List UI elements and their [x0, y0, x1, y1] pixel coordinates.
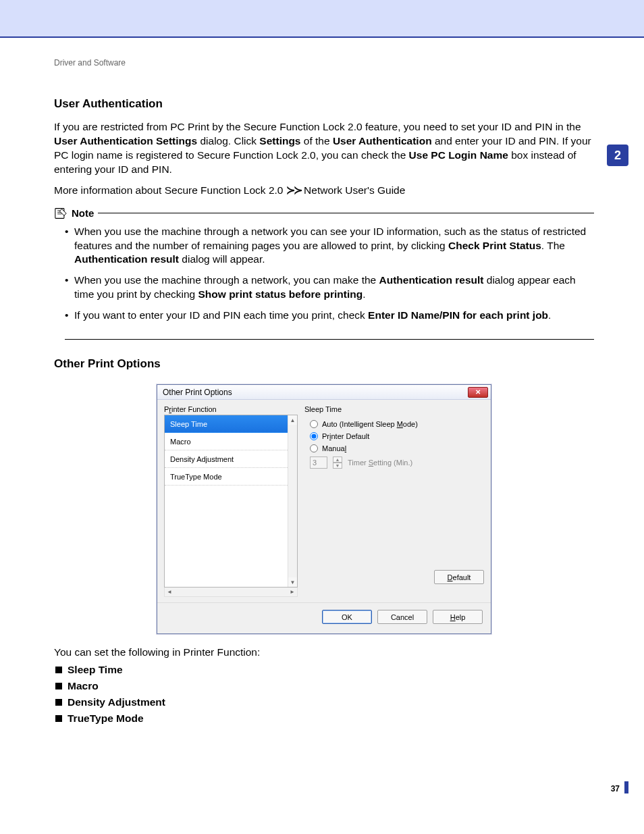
text-underline: H — [450, 613, 456, 621]
note-block: Note When you use the machine through a … — [54, 207, 594, 340]
vertical-scrollbar[interactable]: ▲ ▼ — [288, 415, 297, 587]
radio-label: Manual — [322, 444, 346, 452]
list-item-label: TrueType Mode — [170, 473, 222, 481]
page-number: 37 — [611, 784, 620, 793]
note-icon — [54, 207, 68, 219]
text: Network User's Guide — [301, 184, 406, 196]
square-bullet-icon — [55, 683, 62, 689]
heading-other-print-options: Other Print Options — [54, 357, 594, 371]
timer-setting-row: ▲ ▼ Timer Setting (Min.) — [310, 457, 484, 469]
radio-auto-sleep[interactable]: Auto (Intelligent Sleep Mode) — [310, 420, 484, 428]
text-bold: Use PC Login Name — [409, 149, 508, 161]
radio-manual[interactable]: Manual — [310, 444, 484, 452]
dialog-footer: OK Cancel Help — [157, 602, 491, 633]
scroll-right-icon[interactable]: ► — [288, 588, 297, 596]
page-top-band — [0, 0, 644, 38]
text: Manua — [322, 444, 345, 452]
radio-input[interactable] — [310, 444, 318, 452]
text-bold: Enter ID Name/PIN for each print job — [368, 309, 548, 321]
function-item: Density Adjustment — [55, 696, 594, 708]
list-item[interactable]: Density Adjustment — [165, 450, 288, 468]
dialog-titlebar[interactable]: Other Print Options ✕ — [157, 385, 491, 400]
scroll-up-icon[interactable]: ▲ — [288, 415, 297, 425]
horizontal-scrollbar[interactable]: ◄ ► — [164, 588, 298, 597]
see-also-icon: ≻≻ — [286, 184, 301, 196]
text-underline: M — [397, 420, 403, 428]
panel-heading-sleep-time: Sleep Time — [304, 405, 484, 413]
text-bold: Check Print Status — [448, 240, 541, 251]
text: When you use the machine through a netwo… — [74, 274, 379, 286]
text-bold: User Authentication — [333, 135, 432, 147]
text: . — [363, 288, 365, 300]
note-item: If you want to enter your ID and PIN eac… — [65, 309, 594, 323]
square-bullet-icon — [55, 699, 62, 706]
spinner[interactable]: ▲ ▼ — [333, 457, 342, 469]
list-item[interactable]: Macro — [165, 433, 288, 450]
text: of the — [301, 135, 333, 147]
heading-user-auth: User Authentication — [54, 97, 594, 111]
help-button[interactable]: Help — [433, 610, 483, 624]
text: Auto (Intelligent Sleep — [322, 420, 397, 428]
text: ode) — [403, 420, 418, 428]
spinner-up-icon[interactable]: ▲ — [333, 457, 342, 463]
text: If you want to enter your ID and PIN eac… — [74, 309, 368, 321]
text: . — [548, 309, 551, 321]
list-item[interactable]: Sleep Time — [165, 415, 288, 433]
timer-value-input[interactable] — [310, 457, 327, 469]
dialog-other-print-options: Other Print Options ✕ Printer Function — [157, 384, 491, 634]
note-rule — [98, 213, 594, 213]
radio-input[interactable] — [310, 420, 318, 428]
text-bold: Show print status before printing — [198, 288, 363, 300]
function-item: Sleep Time — [55, 664, 594, 676]
text: nter Default — [331, 432, 369, 440]
default-button[interactable]: Default — [434, 570, 484, 584]
square-bullet-icon — [55, 667, 62, 673]
printer-function-label: Printer Function — [164, 405, 298, 413]
square-bullet-icon — [55, 715, 62, 722]
scroll-track[interactable] — [288, 425, 297, 577]
text: Pr — [322, 432, 329, 440]
text-underline: l — [345, 444, 346, 452]
text: Timer — [348, 459, 369, 467]
scroll-down-icon[interactable]: ▼ — [288, 577, 297, 587]
para-user-auth-2: More information about Secure Function L… — [54, 184, 594, 198]
text-underline: D — [448, 573, 453, 581]
ok-button[interactable]: OK — [322, 610, 372, 624]
text: More information about Secure Function L… — [54, 184, 286, 196]
note-label: Note — [72, 207, 94, 219]
close-button[interactable]: ✕ — [468, 387, 488, 398]
chapter-tab: 2 — [607, 145, 628, 166]
function-list: Sleep Time Macro Density Adjustment True… — [55, 664, 594, 725]
close-icon: ✕ — [475, 388, 481, 396]
cancel-button[interactable]: Cancel — [377, 610, 427, 624]
breadcrumb: Driver and Software — [54, 58, 594, 68]
list-item[interactable]: TrueType Mode — [165, 468, 288, 486]
para-user-auth-1: If you are restricted from PC Print by t… — [54, 120, 594, 177]
radio-printer-default[interactable]: Printer Default — [310, 432, 484, 440]
text: inter Function — [171, 405, 217, 413]
text: elp — [456, 613, 466, 621]
text: etting (Min.) — [373, 459, 412, 467]
function-label: Sleep Time — [68, 664, 123, 675]
spinner-down-icon[interactable]: ▼ — [333, 463, 342, 469]
text: If you are restricted from PC Print by t… — [54, 121, 581, 132]
text-bold: User Authentication Settings — [54, 135, 197, 147]
radio-input[interactable] — [310, 432, 318, 440]
text-underline: S — [369, 459, 373, 467]
scroll-left-icon[interactable]: ◄ — [165, 588, 174, 596]
text-bold: Settings — [259, 135, 300, 147]
text: efault — [453, 573, 471, 581]
dialog-title: Other Print Options — [163, 388, 232, 397]
note-item: When you use the machine through a netwo… — [65, 225, 594, 267]
function-item: TrueType Mode — [55, 712, 594, 725]
function-item: Macro — [55, 680, 594, 692]
radio-label: Printer Default — [322, 432, 369, 440]
printer-function-listbox[interactable]: Sleep Time Macro Density Adjustment True… — [164, 415, 298, 588]
info-line: You can set the following in Printer Fun… — [54, 646, 594, 658]
text-bold: Authentication result — [379, 274, 483, 286]
radio-label: Auto (Intelligent Sleep Mode) — [322, 420, 418, 428]
page-accent — [624, 781, 628, 793]
function-label: Density Adjustment — [68, 696, 165, 708]
text: . The — [541, 240, 565, 251]
function-label: TrueType Mode — [68, 712, 144, 724]
